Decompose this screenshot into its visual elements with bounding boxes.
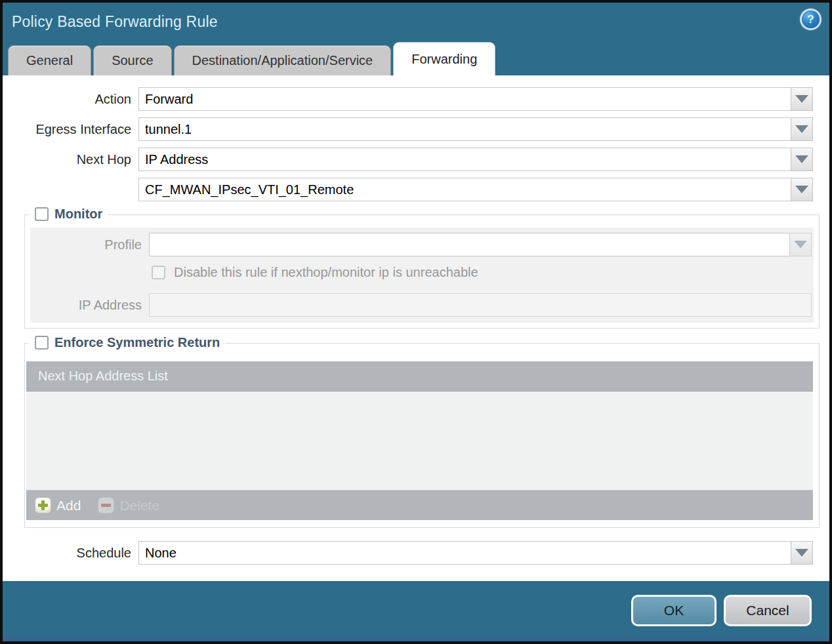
egress-interface-dropdown-button[interactable] <box>791 117 813 141</box>
monitor-profile-row: Profile <box>30 233 812 256</box>
chevron-down-icon <box>795 549 808 557</box>
egress-interface-value[interactable]: tunnel.1 <box>138 117 791 141</box>
egress-interface-combo: tunnel.1 <box>138 117 813 141</box>
delete-button: Delete <box>98 497 159 513</box>
schedule-dropdown-button[interactable] <box>791 541 813 565</box>
next-hop-address-list-toolbar: Add Delete <box>26 490 813 520</box>
next-hop-address-list-header: Next Hop Address List <box>26 361 813 392</box>
next-hop-dropdown-button[interactable] <box>791 148 813 171</box>
next-hop-value[interactable]: IP Address <box>138 148 791 171</box>
monitor-profile-combo <box>149 233 812 256</box>
policy-based-forwarding-dialog: Policy Based Forwarding Rule ? General S… <box>0 0 832 644</box>
egress-interface-row: Egress Interface tunnel.1 <box>3 117 829 141</box>
next-hop-address-list-header-label: Next Hop Address List <box>38 369 168 384</box>
add-button-label: Add <box>56 498 81 513</box>
action-value[interactable]: Forward <box>138 87 791 111</box>
schedule-value[interactable]: None <box>138 541 791 565</box>
next-hop-address-list-body[interactable] <box>26 392 813 490</box>
action-dropdown-button[interactable] <box>791 87 813 111</box>
tab-source[interactable]: Source <box>93 45 171 75</box>
schedule-row: Schedule None <box>3 541 829 565</box>
monitor-group: Monitor Profile Disable this rul <box>24 214 820 329</box>
monitor-group-title: Monitor <box>54 207 102 222</box>
chevron-down-icon <box>794 241 807 249</box>
next-hop-address-combo: CF_MWAN_IPsec_VTI_01_Remote <box>138 178 813 201</box>
monitor-profile-dropdown-button <box>789 233 812 256</box>
chevron-down-icon <box>795 155 808 163</box>
monitor-disable-rule-row: Disable this rule if nexthop/monitor ip … <box>152 265 478 280</box>
action-row: Action Forward <box>3 87 829 111</box>
monitor-ip-address-label: IP Address <box>30 298 149 313</box>
next-hop-combo: IP Address <box>138 148 813 171</box>
next-hop-row: Next Hop IP Address <box>3 148 829 171</box>
dialog-titlebar: Policy Based Forwarding Rule ? <box>3 3 829 41</box>
schedule-combo: None <box>138 541 813 565</box>
symmetric-return-group-title: Enforce Symmetric Return <box>54 335 220 350</box>
tab-destination-application-service[interactable]: Destination/Application/Service <box>174 45 392 75</box>
next-hop-address-dropdown-button[interactable] <box>791 178 813 201</box>
monitor-profile-value <box>149 233 789 256</box>
symmetric-return-checkbox[interactable] <box>35 336 49 350</box>
action-combo: Forward <box>138 87 813 111</box>
add-button[interactable]: Add <box>35 497 81 513</box>
schedule-label: Schedule <box>3 546 138 561</box>
plus-icon <box>35 497 51 513</box>
next-hop-address-row: CF_MWAN_IPsec_VTI_01_Remote <box>3 178 829 201</box>
help-glyph: ? <box>807 13 814 26</box>
ok-button[interactable]: OK <box>631 595 717 626</box>
next-hop-address-list-table: Next Hop Address List Add Delete <box>26 361 813 520</box>
tab-general[interactable]: General <box>8 45 91 75</box>
help-icon[interactable]: ? <box>802 10 820 28</box>
disable-rule-label: Disable this rule if nexthop/monitor ip … <box>174 265 478 280</box>
disable-rule-checkbox <box>152 266 165 279</box>
tab-bar: General Source Destination/Application/S… <box>3 41 829 75</box>
forwarding-tab-panel: Action Forward Egress Interface tunnel.1… <box>3 75 829 581</box>
monitor-ip-address-input <box>149 293 812 317</box>
chevron-down-icon <box>795 186 808 193</box>
next-hop-label: Next Hop <box>3 152 138 167</box>
tab-forwarding[interactable]: Forwarding <box>393 42 495 75</box>
monitor-profile-label: Profile <box>30 237 149 252</box>
next-hop-address-value[interactable]: CF_MWAN_IPsec_VTI_01_Remote <box>138 178 791 201</box>
symmetric-return-group: Enforce Symmetric Return Next Hop Addres… <box>24 343 820 528</box>
action-label: Action <box>3 92 138 107</box>
monitor-group-body: Profile Disable this rule if nexthop/mon… <box>30 228 814 323</box>
dialog-footer: OK Cancel <box>3 581 829 641</box>
monitor-ip-address-row: IP Address <box>30 293 812 317</box>
symmetric-return-legend: Enforce Symmetric Return <box>29 335 226 350</box>
chevron-down-icon <box>795 125 808 133</box>
monitor-checkbox[interactable] <box>35 207 49 221</box>
chevron-down-icon <box>795 95 808 103</box>
delete-button-label: Delete <box>119 498 159 513</box>
footer-accent-strip <box>3 637 829 641</box>
dialog-title: Policy Based Forwarding Rule <box>12 13 218 31</box>
minus-icon <box>98 497 114 513</box>
monitor-legend: Monitor <box>29 207 108 222</box>
egress-interface-label: Egress Interface <box>3 122 138 137</box>
cancel-button[interactable]: Cancel <box>724 595 812 626</box>
